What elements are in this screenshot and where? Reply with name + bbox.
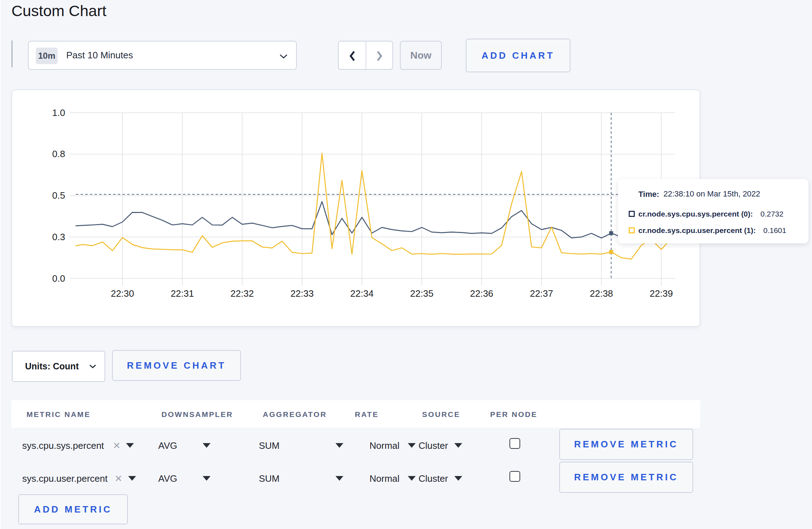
svg-text:0.8: 0.8: [52, 149, 65, 159]
svg-text:1.0: 1.0: [52, 107, 65, 118]
svg-text:22:33: 22:33: [290, 288, 314, 299]
svg-text:22:31: 22:31: [171, 288, 194, 299]
svg-text:22:36: 22:36: [470, 288, 493, 299]
svg-text:22:32: 22:32: [231, 288, 254, 299]
svg-text:0.5: 0.5: [52, 190, 65, 201]
svg-text:22:38: 22:38: [590, 288, 613, 299]
svg-text:22:30: 22:30: [111, 288, 134, 299]
svg-text:0.3: 0.3: [52, 232, 65, 242]
svg-text:22:34: 22:34: [350, 288, 373, 299]
svg-text:22:37: 22:37: [530, 288, 553, 299]
svg-text:22:35: 22:35: [410, 288, 434, 299]
svg-text:0.0: 0.0: [52, 273, 65, 284]
svg-text:22:39: 22:39: [649, 288, 673, 299]
